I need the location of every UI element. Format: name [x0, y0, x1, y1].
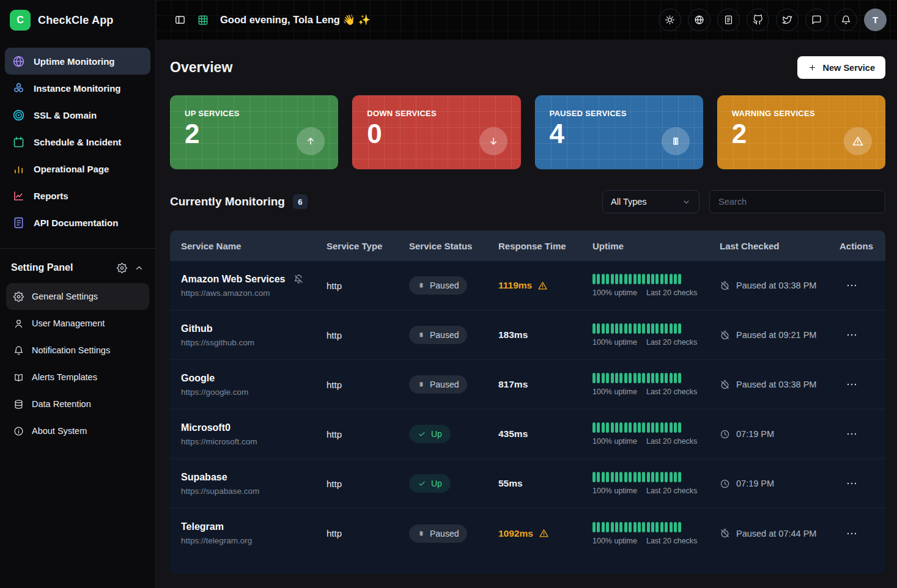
language-button[interactable] — [688, 9, 711, 31]
service-status-cell: Paused — [409, 375, 498, 394]
service-status-cell: Paused — [409, 524, 498, 543]
actions-cell — [840, 427, 885, 441]
search-input[interactable] — [709, 190, 885, 213]
sidebar-item-api-documentation[interactable]: API Documentation — [5, 209, 150, 236]
sidebar-item-uptime-monitoring[interactable]: Uptime Monitoring — [5, 48, 150, 75]
stat-card-up-services[interactable]: UP SERVICES2 — [170, 95, 338, 169]
stat-card-icon-circle — [662, 127, 690, 155]
sidebar-item-label: Schedule & Incident — [34, 137, 121, 147]
settings-panel-header[interactable]: Setting Panel — [0, 249, 155, 281]
uptime-cell: 100% uptimeLast 20 checks — [592, 373, 720, 396]
settings-item-label: About System — [32, 426, 87, 436]
panel-toggle-icon[interactable] — [174, 14, 186, 26]
line-chart-icon — [12, 189, 25, 202]
sidebar-item-instance-monitoring[interactable]: Instance Monitoring — [5, 75, 150, 101]
more-horizontal-icon — [845, 279, 858, 292]
theme-toggle-button[interactable] — [659, 9, 681, 31]
settings-panel-controls[interactable] — [117, 263, 144, 273]
uptime-checks: Last 20 checks — [646, 487, 697, 495]
docs-button[interactable] — [717, 9, 740, 31]
settings-item-alerts-templates[interactable]: Alerts Templates — [6, 364, 149, 391]
sidebar-item-ssl-domain[interactable]: SSL & Domain — [5, 101, 150, 128]
boxes-icon — [12, 82, 25, 95]
column-header-service-name: Service Name — [181, 241, 327, 251]
grid-icon — [197, 14, 209, 26]
stat-card-icon-circle — [479, 127, 508, 155]
row-actions-button[interactable] — [844, 377, 859, 392]
globe-icon — [12, 55, 25, 68]
page-title: Overview — [170, 59, 232, 76]
row-actions-button[interactable] — [844, 278, 859, 293]
service-row-github: Githubhttps://ssgithub.comhttpPaused183m… — [170, 311, 885, 360]
uptime-bars — [592, 323, 720, 334]
clock-icon — [720, 429, 730, 439]
last-checked-text: Paused at 03:38 PM — [736, 380, 816, 389]
service-type: http — [327, 330, 409, 340]
row-actions-button[interactable] — [844, 476, 859, 491]
github-button[interactable] — [747, 9, 769, 31]
stat-card-paused-services[interactable]: PAUSED SERVICES4 — [535, 95, 703, 169]
check-icon — [418, 430, 426, 438]
twitter-button[interactable] — [776, 9, 799, 31]
message-square-icon — [811, 15, 822, 25]
service-status-cell: Paused — [409, 326, 498, 344]
calendar-icon — [12, 136, 25, 149]
stat-card-label: WARNING SERVICES — [732, 109, 872, 118]
response-time: 1119ms — [498, 280, 532, 291]
user-avatar[interactable]: T — [864, 9, 887, 31]
sidebar-item-reports[interactable]: Reports — [5, 182, 150, 209]
uptime-cell: 100% uptimeLast 20 checks — [592, 422, 720, 446]
actions-cell — [840, 278, 885, 293]
uptime-percent: 100% uptime — [592, 437, 637, 446]
overview-header-row: Overview New Service — [170, 56, 885, 79]
uptime-bars — [592, 274, 720, 284]
feedback-button[interactable] — [805, 9, 828, 31]
arrow-down-icon — [487, 135, 500, 147]
settings-panel-title: Setting Panel — [11, 262, 73, 273]
service-name-cell: Telegramhttps://telegram.org — [181, 521, 327, 545]
new-service-button[interactable]: New Service — [797, 56, 885, 79]
sidebar-item-operational-page[interactable]: Operational Page — [5, 155, 150, 182]
service-url: https://telegram.org — [181, 536, 327, 545]
stat-card-down-services[interactable]: DOWN SERVICES0 — [352, 95, 520, 169]
settings-item-data-retention[interactable]: Data Retention — [6, 391, 149, 417]
settings-item-notification-settings[interactable]: Notification Settings — [6, 337, 149, 364]
topbar-left: Good evening, Tola Leng 👋 ✨ — [174, 14, 371, 26]
grid-icon[interactable] — [197, 14, 209, 26]
service-name-cell: Googlehttps://google.com — [181, 373, 327, 397]
settings-item-user-management[interactable]: User Management — [6, 310, 149, 337]
actions-cell — [840, 476, 885, 491]
type-filter-select[interactable]: All Types — [602, 190, 700, 213]
file-text-icon — [12, 216, 25, 229]
sidebar-item-label: SSL & Domain — [34, 110, 97, 120]
stat-card-warning-services[interactable]: WARNING SERVICES2 — [717, 95, 885, 169]
notifications-button[interactable] — [835, 9, 857, 31]
row-actions-button[interactable] — [844, 328, 859, 342]
file-text-icon — [723, 15, 734, 25]
uptime-cell: 100% uptimeLast 20 checks — [592, 274, 720, 297]
settings-item-label: User Management — [32, 318, 105, 328]
response-time: 817ms — [498, 379, 528, 390]
row-actions-button[interactable] — [844, 427, 859, 441]
clock-icon — [720, 479, 730, 489]
arrow-up-icon — [305, 135, 317, 147]
settings-item-general-settings[interactable]: General Settings — [6, 283, 149, 310]
sidebar-item-schedule-incident[interactable]: Schedule & Incident — [5, 128, 150, 155]
settings-item-about-system[interactable]: About System — [6, 417, 149, 444]
service-row-amazon-web-services: Amazon Web Serviceshttps://aws.amazon.co… — [170, 261, 885, 311]
bell-off-icon — [293, 274, 304, 284]
column-header-response-time: Response Time — [498, 241, 592, 251]
plus-icon — [808, 63, 817, 72]
service-name-cell: Microsoft0https://microsoft.com — [181, 422, 327, 446]
pause-icon — [418, 381, 425, 388]
pause-icon — [670, 135, 682, 147]
service-status-cell: Paused — [409, 276, 498, 295]
column-header-last-checked: Last Checked — [720, 241, 840, 251]
sidebar-nav: Uptime MonitoringInstance MonitoringSSL … — [0, 40, 155, 236]
settings-nav: General SettingsUser ManagementNotificat… — [0, 281, 155, 447]
actions-cell — [840, 377, 885, 392]
row-actions-button[interactable] — [844, 526, 859, 541]
uptime-checks: Last 20 checks — [646, 437, 697, 446]
response-time: 55ms — [498, 478, 523, 489]
timer-off-icon — [720, 330, 730, 340]
